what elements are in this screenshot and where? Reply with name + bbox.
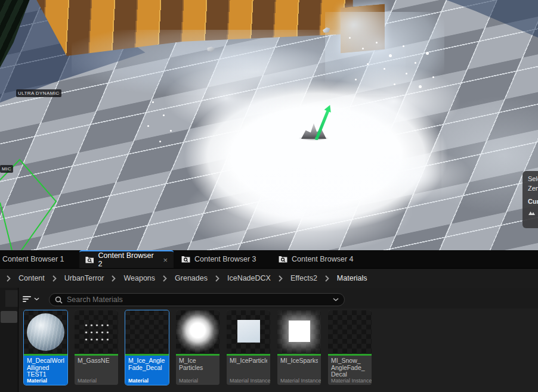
asset-name-line: Fade_Decal — [128, 365, 166, 372]
breadcrumb-item-grenades[interactable]: Grenades — [170, 274, 212, 282]
asset-type-label: Material — [128, 377, 166, 384]
search-bar — [49, 293, 345, 306]
breadcrumb-item-weapons[interactable]: Weapons — [119, 274, 160, 282]
close-icon[interactable]: × — [163, 256, 168, 265]
material-instance-thumbnail — [277, 310, 321, 354]
saved-search-chevron-icon[interactable] — [333, 298, 339, 301]
chevron-down-icon — [34, 297, 39, 301]
asset-type-label: Material — [78, 377, 115, 384]
tab-content-browser-3[interactable]: Content Browser 3 — [175, 250, 267, 268]
tab-content-browser-2[interactable]: Content Browser 2 × — [79, 250, 174, 268]
asset-name-line: MI_IceParticle — [230, 357, 267, 365]
breadcrumb-item-materials[interactable]: Materials — [332, 274, 372, 282]
chevron-right-icon — [325, 275, 329, 282]
particle-dots-preview — [84, 322, 110, 343]
asset-type-label: Material Instance — [331, 377, 369, 384]
asset-tile-m-decalworldalligned[interactable]: M_DecalWorld Alligned TEST1 Material — [24, 310, 67, 385]
content-browser-icon — [279, 256, 287, 263]
asset-name-line: Particles — [179, 365, 217, 372]
asset-name-line: TEST1 — [27, 371, 64, 377]
chevron-right-icon — [163, 275, 167, 282]
asset-tile-m-ice-particles[interactable]: M_Ice Particles Material — [176, 310, 219, 385]
breadcrumb-item-urbanterror[interactable]: UrbanTerror — [60, 274, 109, 282]
asset-tile-m-ice-anglefade-decal[interactable]: M_Ice_Angle Fade_Decal Material — [125, 310, 169, 385]
breadcrumb: Content UrbanTerror Weapons Grenades Ice… — [0, 268, 538, 288]
asset-tile-mi-icesparks[interactable]: MI_IceSparks Material Instance — [277, 310, 321, 385]
unreal-editor-window: ULTRA DYNAMIC MIC Sele Zen Curr Content … — [0, 0, 538, 392]
asset-name-line: M_Ice_Angle — [128, 357, 166, 365]
asset-type-label: Material Instance — [280, 377, 318, 384]
tab-content-browser-4[interactable]: Content Browser 4 — [273, 250, 362, 268]
filter-button[interactable] — [23, 294, 39, 304]
chevron-right-icon — [215, 275, 219, 282]
breadcrumb-item-icenadedcx[interactable]: IceNadeDCX — [222, 274, 276, 282]
flat-square-preview — [237, 320, 260, 343]
asset-tile-m-gassne[interactable]: M_GassNE Material — [75, 310, 118, 385]
asset-type-label: Material — [27, 377, 64, 384]
asset-grid-area[interactable]: M_DecalWorld Alligned TEST1 Material M_G… — [18, 309, 538, 392]
content-browser-icon — [85, 256, 94, 263]
search-icon — [55, 296, 63, 304]
sphere-preview — [27, 313, 64, 351]
asset-tile-mi-snow-anglefade-decal[interactable]: MI_Snow_ AngleFade_ Decal Material Insta… — [328, 310, 372, 385]
content-browser-tabbar: Content Browser 1 Content Browser 2 × Co… — [0, 250, 538, 268]
sources-panel-strip — [0, 288, 18, 392]
asset-name-line: Decal — [331, 371, 369, 377]
material-thumbnail — [125, 310, 169, 354]
breadcrumb-item-content[interactable]: Content — [14, 274, 50, 282]
path-expand-chevron-icon[interactable] — [7, 275, 11, 282]
level-viewport[interactable]: ULTRA DYNAMIC MIC Sele Zen Curr — [0, 0, 538, 250]
asset-name-line: M_Ice — [179, 357, 217, 365]
chevron-right-icon — [279, 275, 283, 282]
sources-panel-block — [5, 290, 18, 307]
tab-label: Content Browser 2 — [98, 251, 157, 268]
glow-square-preview — [289, 321, 310, 342]
asset-tile-mi-iceparticle[interactable]: MI_IceParticle Material Instance — [227, 310, 270, 385]
asset-name-line: MI_Snow_ — [331, 357, 369, 365]
checker-floor — [0, 0, 538, 250]
asset-name-line: M_GassNE — [78, 357, 115, 365]
asset-type-label: Material — [179, 377, 217, 384]
material-thumbnail — [24, 310, 67, 354]
material-thumbnail — [75, 310, 118, 354]
tab-label: Content Browser 3 — [194, 255, 256, 263]
asset-name-line: MI_IceSparks — [280, 357, 318, 365]
tab-label: Content Browser 1 — [2, 255, 64, 263]
material-thumbnail — [176, 310, 219, 354]
content-browser-icon — [181, 256, 190, 263]
collapsed-folder-item[interactable] — [1, 311, 17, 323]
tab-content-browser-1[interactable]: Content Browser 1 — [0, 250, 75, 268]
material-instance-thumbnail — [328, 310, 372, 354]
chevron-right-icon — [52, 275, 57, 282]
filter-icon — [23, 296, 31, 302]
chevron-right-icon — [112, 275, 116, 282]
material-instance-thumbnail — [227, 310, 270, 354]
asset-type-label: Material Instance — [230, 377, 267, 384]
search-input[interactable] — [67, 295, 329, 304]
tab-label: Content Browser 4 — [292, 255, 354, 263]
asset-name-line: M_DecalWorld — [27, 357, 64, 365]
breadcrumb-item-effects2[interactable]: Effects2 — [286, 274, 322, 282]
